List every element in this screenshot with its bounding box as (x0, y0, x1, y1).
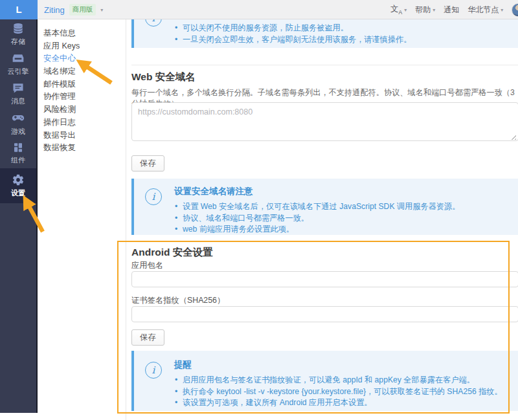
notice-title: 设置安全域名请注意 (174, 186, 518, 197)
primary-sidebar: 存储 云引擎 消息 游戏 (0, 19, 38, 413)
subnav-item-data-export[interactable]: 数据导出 (43, 129, 126, 142)
web-security-domain-title: Web 安全域名 (131, 71, 196, 84)
plan-badge: 商用版 (69, 4, 96, 16)
subnav-item-basic-info[interactable]: 基本信息 (43, 27, 126, 40)
notice-bullet: 协议、域名和端口号都需严格一致。 (174, 213, 518, 225)
settings-subnav: 基本信息 应用 Keys 安全中心 域名绑定 邮件模版 协作管理 风险检测 操作… (38, 19, 126, 420)
info-icon: i (145, 19, 162, 27)
gamepad-icon (11, 111, 25, 125)
chevron-down-icon: ▾ (100, 7, 103, 13)
app-switcher[interactable]: Ziting 商用版 ▾ (44, 0, 103, 19)
subnav-item-domain-binding[interactable]: 域名绑定 (43, 65, 126, 78)
topbar-menu: 文A ▾ 帮助 ▾ 通知 华北节点 ▾ jfer (390, 0, 518, 19)
subnav-item-collaboration[interactable]: 协作管理 (43, 91, 126, 104)
chevron-down-icon: ▾ (404, 7, 407, 13)
notifications-link[interactable]: 通知 (444, 5, 459, 16)
subnav-item-risk-detection[interactable]: 风险检测 (43, 104, 126, 116)
web-domain-notice: i 设置安全域名请注意 设置 Web 安全域名后，仅可在该域名下通过 JavaS… (131, 179, 518, 235)
notice-bullet: 设置 Web 安全域名后，仅可在该域名下通过 JavaScript SDK 调用… (174, 201, 518, 213)
certificate-fingerprint-input[interactable] (131, 306, 518, 322)
subnav-item-security-center[interactable]: 安全中心 (43, 52, 126, 65)
current-app-name: Ziting (44, 5, 65, 15)
subnav-item-app-keys[interactable]: 应用 Keys (43, 40, 126, 53)
sidebar-item-games[interactable]: 游戏 (0, 109, 36, 138)
android-security-title: Android 安全设置 (131, 246, 213, 260)
package-name-label: 应用包名 (131, 260, 163, 271)
package-name-input[interactable] (131, 271, 518, 287)
subnav-item-operation-logs[interactable]: 操作日志 (43, 116, 126, 129)
region-label: 华北节点 (467, 5, 499, 16)
sidebar-item-components[interactable]: 组件 (0, 138, 36, 168)
section-divider (131, 65, 518, 65)
language-menu[interactable]: 文A ▾ (390, 4, 407, 16)
android-reminder-notice: i 提醒 启用应用包名与签名证书指纹验证，可以避免 appId 和 appKey… (131, 351, 518, 411)
subnav-item-data-restore[interactable]: 数据恢复 (43, 142, 126, 155)
message-bubble-icon (12, 82, 25, 94)
info-icon: i (145, 188, 162, 205)
notice-bullet: 执行命令 keytool -list -v -keystore {your.ke… (174, 386, 518, 398)
web-domains-textarea[interactable] (131, 102, 518, 141)
user-menu[interactable]: jfer (512, 3, 518, 17)
notice-bullet: 该设置为可选项，建议所有 Android 应用开启本设置。 (174, 397, 518, 409)
help-label: 帮助 (415, 5, 431, 16)
region-menu[interactable]: 华北节点 ▾ (467, 5, 503, 16)
avatar (512, 3, 518, 17)
gear-icon (12, 173, 25, 186)
info-icon: i (145, 362, 162, 379)
save-android-settings-button[interactable]: 保存 (131, 329, 164, 346)
notifications-label: 通知 (444, 5, 459, 16)
notice-title: 提醒 (174, 359, 518, 371)
engine-box-icon (12, 52, 25, 65)
database-icon (12, 22, 25, 35)
certificate-fingerprint-label: 证书签名指纹（SHA256） (131, 295, 225, 306)
chevron-down-icon: ▾ (501, 7, 503, 13)
notice-bullet: 可以关闭不使用的服务资源，防止服务被盗用。 (174, 23, 518, 34)
notice-bullet: 一旦关闭会立即生效，客户端即刻无法使用该服务，请谨慎操作。 (174, 34, 518, 46)
chevron-down-icon: ▾ (433, 7, 435, 13)
topbar: L Ziting 商用版 ▾ 文A ▾ 帮助 ▾ 通知 华北节点 ▾ (0, 0, 518, 19)
service-switch-notice: i 可以关闭不使用的服务资源，防止服务被盗用。 一旦关闭会立即生效，客户端即刻无… (131, 19, 518, 48)
translate-icon: 文A (390, 4, 402, 16)
subnav-item-email-templates[interactable]: 邮件模版 (43, 78, 126, 91)
leancloud-logo[interactable]: L (0, 0, 38, 19)
sidebar-item-settings[interactable]: 设置 (0, 168, 36, 203)
sidebar-item-messages[interactable]: 消息 (0, 79, 36, 109)
notice-bullet: 启用应用包名与签名证书指纹验证，可以避免 appId 和 appKey 全部暴露… (174, 375, 518, 386)
components-icon (12, 142, 24, 153)
sidebar-item-storage[interactable]: 存储 (0, 19, 36, 49)
help-menu[interactable]: 帮助 ▾ (415, 5, 435, 16)
save-web-domains-button[interactable]: 保存 (131, 155, 164, 171)
app-window: L Ziting 商用版 ▾ 文A ▾ 帮助 ▾ 通知 华北节点 ▾ (0, 0, 518, 420)
notice-bullet: web 前端应用请务必设置此项。 (174, 224, 518, 236)
sidebar-item-cloud-engine[interactable]: 云引擎 (0, 49, 36, 79)
